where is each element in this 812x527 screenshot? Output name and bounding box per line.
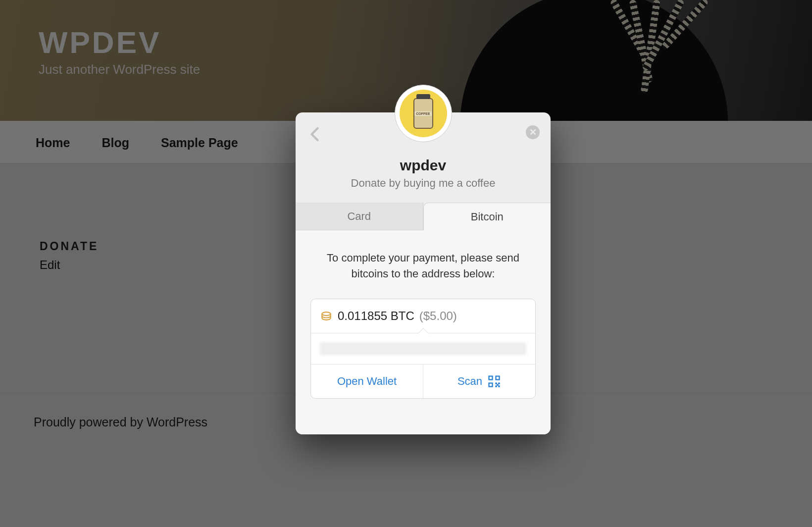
- svg-rect-11: [497, 384, 499, 386]
- tab-bitcoin[interactable]: Bitcoin: [423, 203, 551, 230]
- open-wallet-button[interactable]: Open Wallet: [311, 365, 423, 398]
- bitcoin-address-hidden: [320, 342, 526, 355]
- donate-modal: COFFEE ✕ wpdev Donate by buying me a cof…: [296, 112, 551, 434]
- scan-label: Scan: [457, 375, 482, 388]
- amount-usd: ($5.00): [419, 309, 457, 323]
- tab-body-bitcoin: To complete your payment, please send bi…: [296, 230, 551, 434]
- chevron-left-icon: [306, 136, 324, 145]
- bitcoin-address-row[interactable]: [311, 333, 535, 364]
- avatar: COFFEE: [400, 90, 447, 137]
- close-button[interactable]: ✕: [526, 125, 540, 139]
- tab-card[interactable]: Card: [296, 203, 423, 230]
- svg-rect-2: [490, 376, 492, 379]
- avatar-wrap: COFFEE: [395, 85, 452, 142]
- amount-btc: 0.011855 BTC: [338, 309, 414, 323]
- bitcoin-coins-icon: [320, 310, 333, 322]
- close-icon: ✕: [529, 127, 537, 138]
- svg-rect-4: [497, 376, 499, 379]
- payment-tabs: Card Bitcoin: [296, 203, 551, 230]
- scan-button[interactable]: Scan: [423, 365, 535, 398]
- coffee-jar-icon: COFFEE: [413, 98, 433, 129]
- svg-rect-6: [490, 383, 492, 386]
- svg-point-0: [322, 312, 330, 316]
- modal-subtitle: Donate by buying me a coffee: [296, 177, 551, 190]
- modal-title: wpdev: [296, 157, 551, 174]
- payment-actions: Open Wallet Scan: [311, 364, 535, 398]
- avatar-label: COFFEE: [414, 111, 431, 116]
- payment-box: 0.011855 BTC ($5.00) Open Wallet Scan: [310, 299, 536, 399]
- qr-code-icon: [487, 374, 501, 388]
- payment-instruction: To complete your payment, please send bi…: [310, 250, 536, 282]
- open-wallet-label: Open Wallet: [337, 375, 397, 388]
- back-button[interactable]: [306, 125, 324, 143]
